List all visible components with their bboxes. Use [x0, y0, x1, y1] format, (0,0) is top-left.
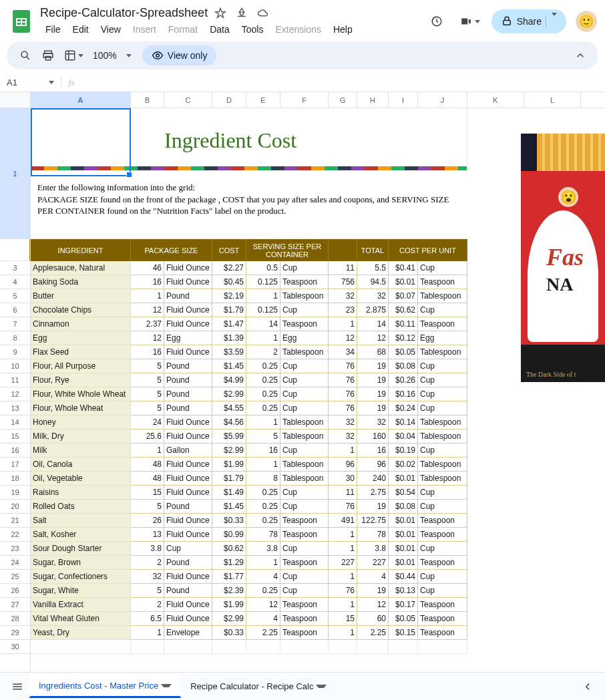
cell[interactable]: 4	[357, 570, 389, 584]
cell[interactable]: $0.54	[389, 486, 418, 500]
video-call-button[interactable]	[458, 9, 482, 33]
table-row[interactable]: Flour, Rye5Pound$4.990.25Cup7619$0.26Cup	[31, 373, 467, 387]
cell[interactable]: $0.33	[212, 626, 246, 640]
cell[interactable]: Tablespoon	[280, 429, 329, 444]
cell[interactable]: Salt, Kosher	[31, 528, 131, 542]
cell[interactable]: Teaspoon	[280, 317, 329, 331]
row-header[interactable]: 21	[0, 514, 30, 528]
cell[interactable]: $0.41	[389, 261, 418, 275]
cell[interactable]: Fluid Ounce	[164, 612, 212, 626]
cell[interactable]: Teaspoon	[280, 514, 329, 528]
cell[interactable]: 1	[246, 331, 280, 345]
row-header[interactable]: 28	[0, 612, 30, 626]
cell[interactable]: 76	[329, 500, 357, 514]
cell[interactable]: Applesauce, Natural	[31, 261, 131, 275]
cell[interactable]: Cup	[280, 401, 329, 415]
sheets-logo[interactable]	[8, 8, 35, 35]
cell[interactable]: 26	[131, 514, 164, 528]
cell[interactable]: 1	[246, 458, 280, 472]
menu-tools[interactable]: Tools	[236, 22, 269, 37]
row-header[interactable]: 12	[0, 387, 30, 401]
cell[interactable]: Cup	[280, 373, 329, 387]
cell[interactable]: Fluid Ounce	[164, 514, 212, 528]
cell[interactable]: 1	[246, 415, 280, 429]
cell[interactable]: 16	[131, 345, 164, 359]
cell[interactable]: $0.01	[389, 528, 418, 542]
cell[interactable]: Teaspoon	[418, 598, 467, 612]
share-button[interactable]: Share	[491, 9, 566, 33]
cell[interactable]: 16	[131, 275, 164, 289]
cell[interactable]: Fluid Ounce	[164, 261, 212, 275]
cell[interactable]: Milk	[31, 444, 131, 458]
cell[interactable]: 122.75	[357, 514, 389, 528]
table-row[interactable]: Cinnamon2.37Fluid Ounce$1.4714Teaspoon11…	[31, 317, 467, 331]
cell[interactable]: 76	[329, 373, 357, 387]
cell[interactable]: Cup	[280, 500, 329, 514]
cell[interactable]: 1	[131, 626, 164, 640]
cell[interactable]: 160	[357, 429, 389, 444]
cell[interactable]: 1	[329, 626, 357, 640]
cell[interactable]: $1.99	[212, 458, 246, 472]
row-header[interactable]: 10	[0, 359, 30, 373]
print-icon[interactable]	[37, 45, 59, 66]
row-header[interactable]: 17	[0, 458, 30, 472]
table-row[interactable]: Egg12Egg$1.391Egg1212$0.12Egg	[31, 331, 467, 345]
cell[interactable]: 240	[357, 472, 389, 486]
cell[interactable]: Envelope	[164, 626, 212, 640]
column-header-F[interactable]: F	[280, 92, 329, 108]
cell[interactable]: Cup	[280, 359, 329, 373]
cell[interactable]: 0.25	[246, 387, 280, 401]
cell[interactable]: Cup	[280, 303, 329, 317]
table-row[interactable]: Milk, Dry25.6Fluid Ounce$5.995Tablespoon…	[31, 429, 467, 444]
cell[interactable]: $0.62	[212, 542, 246, 556]
cell[interactable]: Cup	[418, 500, 467, 514]
cell[interactable]: 19	[357, 387, 389, 401]
column-header-B[interactable]: B	[131, 92, 164, 108]
cell[interactable]: Teaspoon	[418, 612, 467, 626]
cell[interactable]: Cup	[418, 584, 467, 598]
cell[interactable]: $0.01	[389, 275, 418, 289]
cell[interactable]: 0.25	[246, 401, 280, 415]
table-row[interactable]: Milk1Gallon$2.9916Cup116$0.19Cup	[31, 444, 467, 458]
table-row[interactable]: Sugar, Brown2Pound$1.291Teaspoon227227$0…	[31, 556, 467, 570]
cell[interactable]: Cup	[418, 373, 467, 387]
cell[interactable]	[418, 640, 467, 654]
cell[interactable]: Egg	[164, 331, 212, 345]
cell[interactable]: 11	[329, 261, 357, 275]
cell[interactable]: 756	[329, 275, 357, 289]
table-row[interactable]: Honey24Fluid Ounce$4.561Tablespoon3232$0…	[31, 415, 467, 429]
cell[interactable]: 24	[131, 415, 164, 429]
sheet-tab-active[interactable]: Ingredients Cost - Master Price	[29, 674, 181, 699]
cell[interactable]: 15	[131, 486, 164, 500]
cell[interactable]: $0.05	[389, 612, 418, 626]
cell[interactable]: $1.79	[212, 303, 246, 317]
cell[interactable]: Teaspoon	[280, 598, 329, 612]
column-header-I[interactable]: I	[389, 92, 418, 108]
cell[interactable]: $1.29	[212, 556, 246, 570]
cell[interactable]: Milk, Dry	[31, 429, 131, 444]
cell[interactable]: 34	[329, 345, 357, 359]
cell[interactable]: Chocolate Chips	[31, 303, 131, 317]
cell[interactable]: 1	[131, 444, 164, 458]
table-row[interactable]: Salt, Kosher13Fluid Ounce$0.9978Teaspoon…	[31, 528, 467, 542]
table-row[interactable]: Butter1Pound$2.191Tablespoon3232$0.07Tab…	[31, 289, 467, 303]
cell[interactable]: 1	[246, 289, 280, 303]
cell[interactable]: 0.5	[246, 261, 280, 275]
row-header[interactable]: 5	[0, 289, 30, 303]
cloud-icon[interactable]	[257, 7, 269, 19]
cell[interactable]: Teaspoon	[280, 556, 329, 570]
cell[interactable]: $2.99	[212, 444, 246, 458]
row-header[interactable]: 6	[0, 303, 30, 317]
table-row[interactable]: Chocolate Chips12Fluid Ounce$1.790.125Cu…	[31, 303, 467, 317]
cell[interactable]: $0.15	[389, 626, 418, 640]
cell[interactable]: 1	[329, 598, 357, 612]
share-dropdown[interactable]	[546, 16, 564, 27]
cell[interactable]: 25.6	[131, 429, 164, 444]
cell[interactable]	[131, 640, 164, 654]
cell[interactable]: $3.59	[212, 345, 246, 359]
row-header[interactable]: 8	[0, 331, 30, 345]
cell[interactable]: Teaspoon	[418, 626, 467, 640]
column-header-K[interactable]: K	[467, 92, 524, 108]
cell[interactable]: Teaspoon	[280, 612, 329, 626]
row-header[interactable]: 22	[0, 528, 30, 542]
